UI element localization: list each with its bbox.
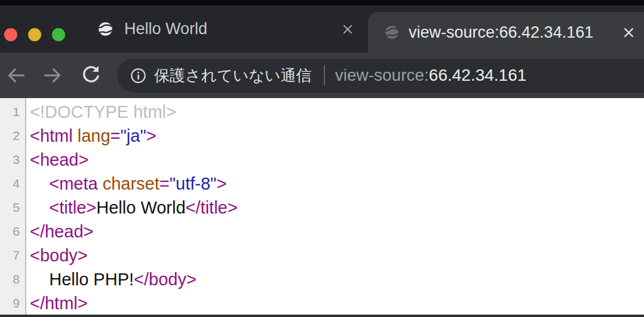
code-token: </title> [186,198,238,217]
forward-button[interactable] [41,63,65,87]
code-token: charset [103,174,160,193]
view-source-content: 123456789 <!DOCTYPE html><html lang="ja"… [0,98,644,315]
globe-favicon-icon [97,21,114,37]
code-token: "utf-8" [170,174,217,193]
omnibox-separator [324,65,325,86]
source-line: </html> [30,291,644,315]
source-line: <!DOCTYPE html> [30,100,644,124]
line-number: 8 [0,267,25,291]
tab-close-icon[interactable] [341,23,354,36]
source-line: </head> [30,220,644,243]
line-number: 6 [0,220,25,243]
code-token: <meta [49,174,102,193]
tab-hello-world[interactable]: Hello World [78,5,367,53]
code-token: > [216,174,226,193]
code-token: Hello World [96,198,185,217]
url-scheme: view-source: [335,66,429,85]
tab-close-icon[interactable] [622,26,636,39]
close-window-button[interactable] [4,28,17,41]
code-token: </head> [30,222,93,241]
line-number: 5 [0,196,25,220]
code-token: > [146,126,157,145]
tab-strip: Hello World view-source:66.42.34.161 [0,5,644,53]
browser-window: Hello World view-source:66.42.34.161 [0,0,644,317]
source-line: <html lang="ja"> [30,124,644,148]
code-token: "ja" [121,126,146,145]
source-line: <title>Hello World</title> [30,196,644,220]
globe-favicon-icon [384,25,400,40]
line-number: 2 [0,124,25,148]
code-token [30,174,49,193]
code-token: <html [30,126,78,145]
code-token: = [160,174,170,193]
tab-title: Hello World [124,20,207,38]
code-token: <head> [30,150,88,169]
tab-view-source[interactable]: view-source:66.42.34.161 [368,12,644,53]
source-line: <head> [30,148,644,172]
reload-button[interactable] [79,63,103,87]
window-bottom-edge [0,315,644,317]
code-token: = [111,126,121,145]
site-info-icon[interactable] [130,68,146,84]
tab-title: view-source:66.42.34.161 [409,23,593,42]
code-token: <body> [30,246,88,265]
code-token: <title> [49,198,96,217]
browser-toolbar: 保護されていない通信 view-source: 66.42.34.161 [0,53,644,98]
source-code: <!DOCTYPE html><html lang="ja"><head> <m… [26,98,644,315]
line-number: 7 [0,243,25,267]
traffic-lights [4,28,65,41]
source-line: <meta charset="utf-8"> [30,172,644,196]
code-token: Hello PHP! [30,270,134,289]
security-status-label: 保護されていない通信 [154,65,312,86]
code-token: lang [78,126,111,145]
line-number: 9 [0,291,25,315]
source-line: Hello PHP!</body> [30,267,644,291]
line-number: 3 [0,148,25,172]
zoom-window-button[interactable] [52,28,65,41]
code-token [30,198,49,217]
line-number: 4 [0,172,25,196]
url-host: 66.42.34.161 [429,66,527,85]
window-top-edge [0,0,644,5]
source-line: <body> [30,243,644,267]
code-token: </body> [134,270,197,289]
code-token: <!DOCTYPE html> [30,102,176,121]
line-number: 1 [0,100,25,124]
minimize-window-button[interactable] [28,28,41,41]
back-button[interactable] [4,63,28,87]
line-number-gutter: 123456789 [0,98,26,315]
address-bar[interactable]: 保護されていない通信 view-source: 66.42.34.161 [117,59,644,93]
code-token: </html> [30,294,88,313]
